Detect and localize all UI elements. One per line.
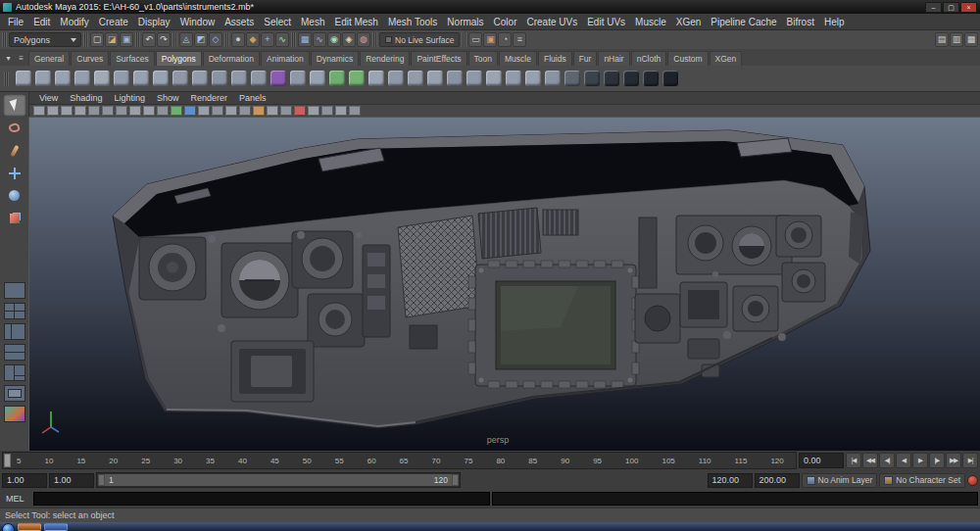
show-channel-box-icon[interactable]: ▦ bbox=[964, 32, 978, 47]
append-polygon-icon[interactable] bbox=[465, 69, 483, 89]
poly-sphere-icon[interactable] bbox=[14, 69, 32, 89]
save-scene-icon[interactable]: ▣ bbox=[120, 32, 133, 47]
render-current-frame-icon[interactable]: ▣ bbox=[483, 32, 497, 47]
menu-item[interactable]: Create bbox=[94, 14, 133, 29]
mirror-geometry-icon[interactable] bbox=[543, 69, 562, 89]
shelf-menu-icon[interactable]: ▾ bbox=[2, 52, 15, 65]
range-end-handle[interactable] bbox=[452, 474, 459, 486]
menu-item[interactable]: Select bbox=[259, 14, 296, 29]
menu-item[interactable]: Create UVs bbox=[521, 14, 582, 29]
checker-pattern-icon[interactable] bbox=[563, 69, 581, 89]
go-to-start-button[interactable]: |◀ bbox=[846, 453, 861, 468]
shelf-tab[interactable]: nCloth bbox=[631, 51, 667, 66]
menu-item[interactable]: Assets bbox=[220, 14, 259, 29]
menu-set-selector[interactable]: Polygons bbox=[9, 32, 81, 47]
layout-persp-graph[interactable] bbox=[4, 344, 25, 361]
snap-to-grid-icon[interactable]: ▦ bbox=[298, 32, 312, 47]
playback-start-field[interactable]: 1.00 bbox=[49, 473, 94, 488]
safe-action-icon[interactable] bbox=[171, 106, 182, 116]
step-back-frame-button[interactable]: ◀| bbox=[879, 453, 895, 468]
render-settings-icon[interactable]: ≡ bbox=[513, 32, 526, 47]
offset-edge-loop-icon[interactable] bbox=[445, 69, 464, 89]
menu-item[interactable]: Display bbox=[133, 14, 175, 29]
shelf-tab[interactable]: Custom bbox=[667, 51, 708, 66]
bridge-icon[interactable] bbox=[406, 69, 424, 89]
statusline-group-separator[interactable] bbox=[83, 32, 88, 47]
open-scene-icon[interactable]: ◪ bbox=[105, 32, 119, 47]
bevel-icon[interactable] bbox=[386, 69, 405, 89]
shelf-tab[interactable]: nHair bbox=[598, 51, 629, 66]
multi-cut-tool-icon[interactable] bbox=[347, 69, 366, 89]
rotate-tool[interactable] bbox=[3, 184, 26, 207]
menu-item[interactable]: Muscle bbox=[630, 14, 671, 29]
menu-item[interactable]: Normals bbox=[442, 14, 488, 29]
poly-pipe-icon[interactable] bbox=[171, 69, 189, 89]
select-camera-icon[interactable] bbox=[33, 106, 45, 116]
panel-menu-item[interactable]: Lighting bbox=[108, 93, 151, 103]
poly-cone-icon[interactable] bbox=[73, 69, 91, 89]
select-by-object-icon[interactable]: ◩ bbox=[194, 32, 208, 47]
shelf-tab[interactable]: Deformation bbox=[203, 51, 260, 66]
shelf-tab[interactable]: Dynamics bbox=[311, 51, 359, 66]
snap-to-plane-icon[interactable]: ◈ bbox=[342, 32, 356, 47]
statusline-group-separator[interactable] bbox=[372, 32, 377, 47]
platonic-solid-icon[interactable] bbox=[229, 69, 248, 89]
select-by-component-icon[interactable]: ◇ bbox=[209, 32, 222, 47]
poly-plane-icon[interactable] bbox=[92, 69, 111, 89]
playback-end-field[interactable]: 120.00 bbox=[708, 473, 753, 488]
panel-menu-item[interactable]: Show bbox=[151, 93, 185, 103]
step-forward-frame-button[interactable]: |▶ bbox=[929, 453, 945, 468]
boolean-operations-icon[interactable] bbox=[249, 69, 268, 89]
menu-item[interactable]: Edit bbox=[28, 14, 55, 29]
viewport-renderer-icon[interactable] bbox=[294, 106, 306, 116]
panel-menu-item[interactable]: View bbox=[33, 93, 64, 103]
textured-mode-icon[interactable] bbox=[225, 106, 237, 116]
auto-keyframe-toggle[interactable] bbox=[967, 475, 978, 486]
gpu-cache-icon[interactable] bbox=[349, 106, 361, 116]
live-surface-field[interactable]: No Live Surface bbox=[379, 32, 460, 47]
poly-prism-icon[interactable] bbox=[131, 69, 150, 89]
quad-draw-tool-icon[interactable] bbox=[327, 69, 346, 89]
time-slider[interactable]: 5101520253035404550556065707580859095100… bbox=[2, 452, 797, 469]
menu-item[interactable]: Mesh bbox=[296, 14, 329, 29]
snap-to-curve-icon[interactable]: ∿ bbox=[313, 32, 326, 47]
command-input[interactable] bbox=[33, 492, 490, 506]
paint-selection-tool[interactable] bbox=[3, 139, 26, 162]
statusline-group-separator[interactable] bbox=[224, 32, 229, 47]
poly-pyramid-icon[interactable] bbox=[151, 69, 170, 89]
wireframe-mode-icon[interactable] bbox=[198, 106, 210, 116]
snap-to-point-icon[interactable]: ◉ bbox=[327, 32, 341, 47]
layout-four-pane[interactable] bbox=[4, 303, 25, 319]
image-plane-icon[interactable] bbox=[88, 106, 100, 116]
anim-layer-selector[interactable]: No Anim Layer bbox=[802, 473, 878, 488]
undo-icon[interactable]: ↶ bbox=[142, 32, 156, 47]
statusline-group-separator[interactable] bbox=[291, 32, 296, 47]
menu-item[interactable]: Pipeline Cache bbox=[706, 14, 781, 29]
command-language-toggle[interactable]: MEL bbox=[2, 494, 31, 504]
menu-item[interactable]: Color bbox=[489, 14, 522, 29]
show-tool-settings-icon[interactable]: ▥ bbox=[950, 32, 963, 47]
panel-menu-item[interactable]: Panels bbox=[233, 93, 272, 103]
shaded-mode-icon[interactable] bbox=[212, 106, 223, 116]
layout-uv-editor[interactable] bbox=[4, 385, 25, 402]
select-curves-mask-icon[interactable]: ∿ bbox=[275, 32, 289, 47]
motion-blur-icon[interactable] bbox=[335, 106, 347, 116]
menu-item[interactable]: XGen bbox=[671, 14, 707, 29]
poly-cube-icon[interactable] bbox=[33, 69, 52, 89]
menu-item[interactable]: Window bbox=[175, 14, 220, 29]
menu-item[interactable]: Edit UVs bbox=[582, 14, 630, 29]
statusline-group-separator[interactable] bbox=[135, 32, 140, 47]
extrude-icon[interactable] bbox=[367, 69, 385, 89]
menu-item[interactable]: Help bbox=[819, 14, 850, 29]
use-default-material-icon[interactable] bbox=[239, 106, 251, 116]
automatic-mapping-icon[interactable] bbox=[308, 69, 326, 89]
make-live-icon[interactable]: ◍ bbox=[357, 32, 370, 47]
planar-mapping-icon[interactable] bbox=[288, 69, 307, 89]
layout-single-pane[interactable] bbox=[4, 282, 25, 299]
merge-vertices-icon[interactable] bbox=[504, 69, 522, 89]
current-time-field[interactable]: 0.00 bbox=[799, 453, 844, 468]
show-attribute-editor-icon[interactable]: ▤ bbox=[935, 32, 949, 47]
command-result-field[interactable] bbox=[492, 492, 978, 506]
select-joints-mask-icon[interactable]: + bbox=[261, 32, 274, 47]
select-all-mask-icon[interactable]: ● bbox=[231, 32, 245, 47]
